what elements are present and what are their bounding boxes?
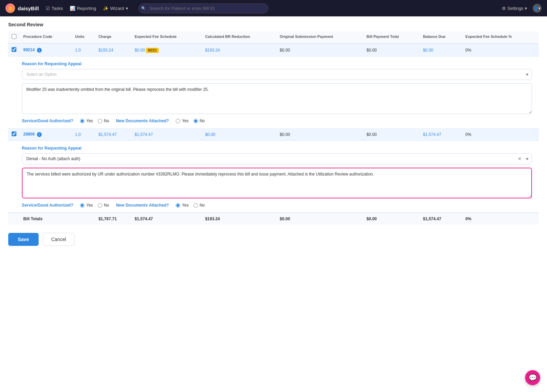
new-docs-no-label[interactable]: No (194, 118, 205, 123)
reporting-nav-item[interactable]: 📊 Reporting (70, 6, 96, 11)
calculated-br-reduction-cell: $193.24 (202, 43, 276, 57)
balance-due-cell: $0.00 (419, 43, 462, 57)
procedure-code-link[interactable]: 99214 (23, 47, 35, 52)
settings-nav-item[interactable]: ⚙ Settings ▾ (502, 6, 527, 11)
totals-units (71, 213, 95, 225)
totals-balance-due: $1,574.47 (419, 213, 462, 225)
select-clear-icon[interactable]: ✕ (518, 156, 522, 162)
gear-icon: ⚙ (502, 6, 506, 11)
search-container (138, 3, 268, 13)
row-checkbox-cell (8, 43, 20, 57)
expected-fee-schedule-pct-value: 0% (465, 132, 471, 137)
settings-label: Settings (507, 6, 523, 11)
service-authorized-no-label[interactable]: No (98, 118, 109, 123)
header-charge: Charge (95, 31, 131, 43)
units-value: 1.0 (75, 132, 81, 137)
expected-fee-schedule-cell: $1,574.47 (131, 128, 202, 141)
chat-icon: 💬 (529, 374, 537, 382)
table-wrapper: Procedure Code Units Charge Expected Fee… (8, 31, 539, 225)
info-icon[interactable]: i (37, 132, 42, 137)
reason-textarea-0[interactable]: Modifier 25 was inadvertently omitted fr… (22, 83, 532, 114)
search-input[interactable] (138, 3, 268, 13)
chart-icon: 📊 (70, 6, 75, 11)
original-submission-payment-cell: $0.00 (276, 128, 363, 141)
reason-textarea-1[interactable]: The services billed were authorized by U… (22, 168, 532, 198)
table-row: 29806 i 1.0 $1,574.47 $1,574.47 $0.00 $0… (8, 128, 539, 141)
tasks-nav-item[interactable]: ☑ Tasks (46, 6, 63, 11)
new-docs-no-radio[interactable] (194, 119, 198, 123)
settings-chevron-icon: ▾ (525, 6, 527, 11)
billing-table: Procedure Code Units Charge Expected Fee… (8, 31, 539, 225)
reason-select-wrapper: Select an OptionDenial - No Auth (attach… (22, 153, 532, 164)
procedure-code-link[interactable]: 29806 (23, 132, 35, 137)
service-authorized-yes-radio[interactable] (80, 119, 84, 123)
totals-expected-fee-schedule: $1,574.47 (131, 213, 202, 225)
balance-due-value: $1,574.47 (423, 132, 441, 137)
select-all-checkbox[interactable] (12, 34, 16, 39)
new-docs-label: New Documents Attached? (116, 118, 169, 123)
calculated-br-reduction-value: $0.00 (205, 132, 215, 137)
table-header-row: Procedure Code Units Charge Expected Fee… (8, 31, 539, 43)
save-button[interactable]: Save (8, 233, 39, 246)
table-body: 99214 i 1.0 $193.24 $0.00 NCCI $193.24 $… (8, 43, 539, 225)
totals-row: Bill Totals $1,767.71 $1,574.47 $193.24 … (8, 213, 539, 225)
service-authorized-yes-label[interactable]: Yes (80, 203, 93, 208)
original-submission-payment-value: $0.00 (280, 48, 290, 53)
row-checkbox-0[interactable] (12, 47, 16, 52)
reason-select-1[interactable]: Select an OptionDenial - No Auth (attach… (22, 153, 532, 164)
service-authorized-no-radio[interactable] (98, 119, 102, 123)
header-select (8, 31, 20, 43)
nav-right: ⚙ Settings ▾ 👤 ▾ (502, 4, 542, 13)
expected-fee-schedule-cell: $0.00 NCCI (131, 43, 202, 57)
service-authorized-yes-label[interactable]: Yes (80, 118, 93, 123)
calculated-br-reduction-cell: $0.00 (202, 128, 276, 141)
totals-charge: $1,767.71 (95, 213, 131, 225)
ncci-badge: NCCI (146, 48, 158, 53)
radio-row-1: Service/Good Authorized? Yes No New Docu… (22, 203, 532, 208)
cancel-button[interactable]: Cancel (43, 233, 75, 246)
expand-panel-cell: Reason for Requesting Appeal Select an O… (8, 57, 539, 128)
new-docs-no-radio[interactable] (194, 203, 198, 208)
brand-name: daisyBill (18, 5, 39, 11)
info-icon[interactable]: i (37, 48, 42, 53)
units-value: 1.0 (75, 48, 81, 53)
header-balance-due: Balance Due (419, 31, 462, 43)
table-row: 99214 i 1.0 $193.24 $0.00 NCCI $193.24 $… (8, 43, 539, 57)
wizard-nav-item[interactable]: ✨ Wizard ▾ (103, 6, 128, 11)
service-authorized-no-label[interactable]: No (98, 203, 109, 208)
header-procedure-code: Procedure Code (20, 31, 71, 43)
new-docs-yes-radio[interactable] (176, 119, 180, 123)
section-title: Second Review (8, 22, 539, 27)
charge-value: $1,574.47 (98, 132, 117, 137)
procedure-code-cell: 29806 i (20, 128, 71, 141)
new-docs-yes-label[interactable]: Yes (176, 203, 189, 208)
totals-expected-fee-schedule-pct: 0% (462, 213, 539, 225)
user-avatar[interactable]: 👤 ▾ (533, 4, 542, 13)
tasks-label: Tasks (52, 6, 63, 11)
bill-payment-total-value: $0.00 (366, 48, 377, 53)
bill-payment-total-cell: $0.00 (363, 128, 419, 141)
main-content: Second Review Procedure Code Units Charg… (0, 16, 547, 392)
units-cell: 1.0 (71, 43, 95, 57)
reason-select-0[interactable]: Select an OptionDenial - No Auth (attach… (22, 69, 532, 80)
reporting-label: Reporting (77, 6, 96, 11)
row-checkbox-cell (8, 128, 20, 141)
logo[interactable]: 🌼 daisyBill (5, 3, 39, 13)
procedure-code-cell: 99214 i (20, 43, 71, 57)
service-authorized-yes-radio[interactable] (80, 203, 84, 208)
header-units: Units (71, 31, 95, 43)
new-docs-yes-label[interactable]: Yes (176, 118, 189, 123)
radio-row-0: Service/Good Authorized? Yes No New Docu… (22, 118, 532, 123)
bill-payment-total-value: $0.00 (366, 132, 377, 137)
header-expected-fee-schedule: Expected Fee Schedule (131, 31, 202, 43)
chat-bubble[interactable]: 💬 (525, 370, 540, 385)
header-calculated-br-reduction: Calculated BR Reduction (202, 31, 276, 43)
service-authorized-no-radio[interactable] (98, 203, 102, 208)
new-docs-no-label[interactable]: No (194, 203, 205, 208)
original-submission-payment-value: $0.00 (280, 132, 290, 137)
wizard-chevron-icon: ▾ (126, 6, 128, 11)
row-checkbox-1[interactable] (12, 131, 16, 136)
expected-fee-schedule-pct-value: 0% (465, 48, 471, 53)
wizard-label: Wizard (110, 6, 124, 11)
new-docs-yes-radio[interactable] (176, 203, 180, 208)
